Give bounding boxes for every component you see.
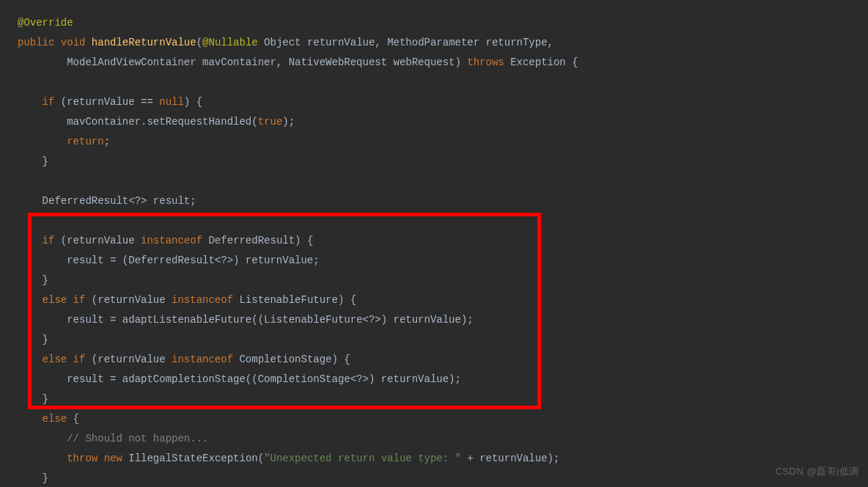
code-line [18, 73, 868, 92]
code-line: return; [18, 132, 868, 152]
code-line: else { [18, 409, 868, 429]
code-line: if (returnValue == null) { [18, 92, 868, 112]
code-line: else if (returnValue instanceof Completi… [18, 350, 868, 370]
code-line: mavContainer.setRequestHandled(true); [18, 112, 868, 132]
code-line: throw new IllegalStateException("Unexpec… [18, 449, 868, 469]
code-line [18, 211, 868, 231]
code-line: } [18, 469, 868, 487]
code-line: } [18, 271, 868, 290]
code-editor: @Override public void handleReturnValue(… [18, 13, 868, 487]
code-line: } [18, 330, 868, 350]
code-line: result = (DeferredResult<?>) returnValue… [18, 251, 868, 271]
watermark: CSDN @磊哥|低调 [775, 461, 859, 481]
code-line: if (returnValue instanceof DeferredResul… [18, 231, 868, 251]
code-line [18, 172, 868, 191]
code-line: @Override [18, 13, 868, 33]
code-line: else if (returnValue instanceof Listenab… [18, 290, 868, 310]
string-literal: "Unexpected return value type: " [264, 453, 461, 464]
code-line: } [18, 389, 868, 409]
code-line: // Should not happen... [18, 429, 868, 449]
code-line: DeferredResult<?> result; [18, 191, 868, 211]
code-line: result = adaptListenableFuture((Listenab… [18, 310, 868, 330]
comment: // Should not happen... [67, 433, 208, 444]
code-line: ModelAndViewContainer mavContainer, Nati… [18, 53, 868, 73]
code-line: } [18, 152, 868, 172]
method-name: handleReturnValue [92, 37, 196, 48]
annotation-override: @Override [18, 17, 73, 29]
code-line: result = adaptCompletionStage((Completio… [18, 370, 868, 389]
code-line: public void handleReturnValue(@Nullable … [18, 33, 868, 53]
